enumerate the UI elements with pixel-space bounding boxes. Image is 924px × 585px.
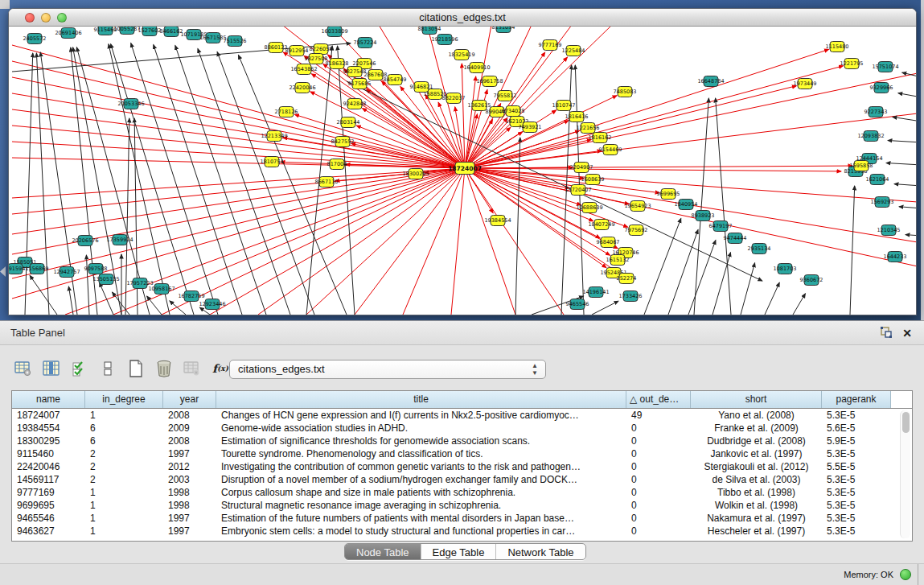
table-row[interactable]: 1830029562008Estimation of significance … <box>12 435 912 447</box>
select-columns-icon[interactable] <box>68 358 92 379</box>
cell-year[interactable]: 2009 <box>163 422 216 435</box>
cell-name[interactable]: 14569117 <box>12 473 85 486</box>
table-row[interactable]: 1872400712008Changes of HCN gene express… <box>12 409 912 422</box>
graph-node[interactable]: 1840954 <box>675 200 698 210</box>
cell-year[interactable]: 2003 <box>163 473 216 486</box>
cell-pagerank[interactable]: 5.3E-5 <box>822 525 891 538</box>
graph-node[interactable]: 6479197 <box>709 221 733 232</box>
cell-in_degree[interactable]: 2 <box>85 473 163 486</box>
graph-node[interactable]: 20053346 <box>117 99 144 109</box>
table-row[interactable]: 946554611997Estimation of the future num… <box>12 512 912 525</box>
graph-node[interactable]: 9684067 <box>597 237 620 248</box>
column-mapping-icon[interactable] <box>39 358 64 379</box>
cell-pagerank[interactable]: 5.3E-5 <box>822 486 891 499</box>
graph-node[interactable]: 8912954 <box>285 46 309 56</box>
cell-in_degree[interactable]: 2 <box>85 447 163 460</box>
cell-year[interactable]: 2012 <box>163 460 216 473</box>
tab-node-table[interactable]: Node Table <box>345 544 421 560</box>
graph-node[interactable]: 391594 <box>9 264 25 274</box>
cell-short[interactable]: de Silva et al. (2003) <box>691 473 822 486</box>
graph-node[interactable]: 8938923 <box>692 211 715 221</box>
graph-node[interactable]: 9329966 <box>870 83 893 93</box>
graph-node[interactable]: 1156869 <box>26 264 49 274</box>
cell-short[interactable]: Nakamura et al. (1997) <box>691 512 822 525</box>
cell-title[interactable]: Investigating the contribution of common… <box>216 460 626 473</box>
table-row[interactable]: 2242004622012Investigating the contribut… <box>12 460 912 473</box>
graph-node[interactable]: 1810747 <box>552 101 576 111</box>
graph-node[interactable]: 2935134 <box>748 244 771 254</box>
graph-node[interactable]: 1621064 <box>866 175 889 185</box>
row-format-icon[interactable] <box>96 358 120 379</box>
graph-node[interactable]: 19218596 <box>431 35 458 45</box>
cell-name[interactable]: 9463627 <box>12 525 85 538</box>
citation-network-graph[interactable]: 2405572206914069115460100552871527602846… <box>9 27 916 315</box>
graph-node[interactable]: 9242848 <box>343 99 367 109</box>
graph-node[interactable]: 1615132 <box>606 255 630 266</box>
scrollbar-thumb[interactable] <box>902 412 910 433</box>
graph-node[interactable]: 1210345 <box>877 225 901 236</box>
graph-node[interactable]: 19384554 <box>484 216 511 226</box>
graph-node[interactable]: 1569293 <box>871 197 894 208</box>
cell-out_de[interactable]: 0 <box>626 525 691 538</box>
cell-out_de[interactable]: 0 <box>626 512 691 525</box>
cell-pagerank[interactable]: 5.3E-5 <box>822 409 891 422</box>
collapse-left-panel-handle[interactable] <box>0 266 6 277</box>
cell-out_de[interactable]: 0 <box>626 435 691 447</box>
graph-node[interactable]: 8466162 <box>160 27 183 37</box>
cell-short[interactable]: Wolkin et al. (1998) <box>691 499 822 512</box>
table-row[interactable]: 1938455462009Genome-wide association stu… <box>12 422 912 435</box>
cell-out_de[interactable]: 49 <box>626 409 691 422</box>
cell-short[interactable]: Franke et al. (2009) <box>691 422 822 435</box>
column-header-out_de[interactable]: △ out_de… <box>626 391 691 408</box>
graph-node[interactable]: 817004 <box>327 159 347 170</box>
cell-title[interactable]: Corpus callosum shape and size in male p… <box>216 486 626 499</box>
cell-in_degree[interactable]: 6 <box>85 435 163 447</box>
cell-out_de[interactable]: 0 <box>626 486 691 499</box>
graph-node[interactable]: 9699695 <box>657 189 680 200</box>
graph-node[interactable]: 1221795 <box>840 59 864 69</box>
graph-node[interactable]: 18325419 <box>448 50 474 60</box>
cell-year[interactable]: 2008 <box>163 409 216 422</box>
tab-edge-table[interactable]: Edge Table <box>421 544 496 560</box>
graph-node[interactable]: 252274 <box>617 274 637 284</box>
table-selector-dropdown[interactable]: citations_edges.txt ▲▼ <box>229 360 546 379</box>
graph-node[interactable]: 2204907 <box>570 163 593 173</box>
graph-node[interactable]: 17359924 <box>106 235 133 245</box>
cell-pagerank[interactable]: 5.6E-5 <box>822 422 891 435</box>
cell-year[interactable]: 2008 <box>163 435 216 447</box>
cell-pagerank[interactable]: 5.3E-5 <box>822 499 891 512</box>
graph-node[interactable]: 20206576 <box>72 236 98 246</box>
graph-node[interactable]: 22420046 <box>289 83 315 93</box>
cell-out_de[interactable]: 0 <box>626 460 691 473</box>
cell-title[interactable]: Estimation of the future numbers of pati… <box>216 512 626 525</box>
cell-out_de[interactable]: 0 <box>626 447 691 460</box>
cell-title[interactable]: Structural magnetic resonance image aver… <box>216 499 626 512</box>
cell-pagerank[interactable]: 5.5E-5 <box>822 460 891 473</box>
cell-out_de[interactable]: 0 <box>626 422 691 435</box>
graph-node[interactable]: 19654923 <box>624 201 651 212</box>
cell-in_degree[interactable]: 2 <box>85 460 163 473</box>
graph-node[interactable]: 14196141 <box>582 287 609 298</box>
cell-pagerank[interactable]: 5.3E-5 <box>822 473 891 486</box>
cell-year[interactable]: 1998 <box>163 499 216 512</box>
column-header-title[interactable]: title <box>216 391 626 408</box>
cell-in_degree[interactable]: 1 <box>85 486 163 499</box>
graph-node[interactable]: 15720407 <box>565 185 591 196</box>
cell-in_degree[interactable]: 1 <box>85 409 163 422</box>
graph-node[interactable]: 10055287 <box>113 27 140 35</box>
import-table-icon[interactable] <box>180 358 204 379</box>
graph-node[interactable]: 18407249 <box>588 220 614 230</box>
cell-short[interactable]: Dudbridge et al. (2008) <box>691 435 822 447</box>
graph-node[interactable]: 7857224 <box>354 38 377 48</box>
cell-year[interactable]: 1997 <box>163 525 216 538</box>
graph-node[interactable]: 2803144 <box>337 117 360 128</box>
cell-pagerank[interactable]: 5.3E-5 <box>822 512 891 525</box>
cell-title[interactable]: Tourette syndrome. Phenomenology and cla… <box>216 447 626 460</box>
cell-out_de[interactable]: 0 <box>626 499 691 512</box>
cell-short[interactable]: Hescheler et al. (1997) <box>691 525 822 538</box>
graph-node[interactable]: 1644233 <box>884 252 907 262</box>
graph-node[interactable]: 9465546 <box>566 299 589 310</box>
graph-node[interactable]: 12093832 <box>857 131 884 142</box>
network-canvas[interactable]: 2405572206914069115460100552871527602846… <box>9 27 916 315</box>
table-row[interactable]: 946362711997Embryonic stem cells: a mode… <box>12 525 912 538</box>
